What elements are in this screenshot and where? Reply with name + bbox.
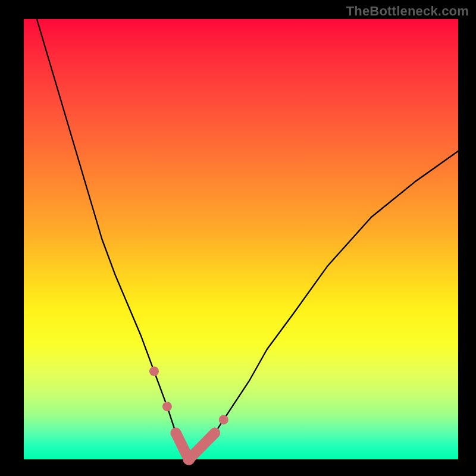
marker-dot [193,446,202,455]
marker-dot [149,367,159,376]
plot-area [24,19,458,459]
marker-dot [210,428,220,438]
marker-dot [219,415,228,424]
marker-dot [183,453,195,465]
chart-svg [24,19,458,459]
bottleneck-curve [37,19,458,459]
marker-dot [171,428,181,438]
watermark-text: TheBottleneck.com [346,4,469,19]
chart-frame: TheBottleneck.com [0,0,476,476]
marker-dot [162,402,172,411]
